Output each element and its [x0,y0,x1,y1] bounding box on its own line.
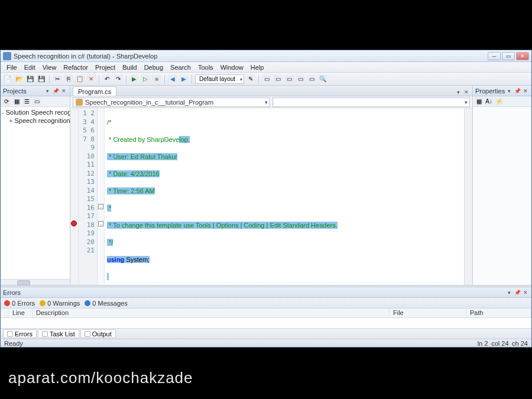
col-line[interactable]: Line [9,309,33,317]
breakpoint-icon[interactable] [71,220,77,226]
status-ready: Ready [4,340,23,347]
panel3-icon[interactable]: ▭ [284,74,294,84]
projects-dropdown-icon[interactable]: ▾ [44,87,51,95]
projects-close-icon[interactable]: ✕ [60,87,67,95]
tree-project-row[interactable]: +Speech recognition [2,116,69,125]
status-bar: Ready ln 2 col 24 ch 24 [1,339,531,347]
editor-close-icon[interactable]: ✕ [463,89,470,96]
class-combo-label: Speech_recognition_in_c__tutorial_Progra… [85,99,213,106]
errors-count-pill[interactable]: 0 Errors [4,300,35,307]
tree-solution-row[interactable]: -Solution Speech recogn [2,108,69,116]
menu-refactor[interactable]: Refactor [60,63,92,72]
col-file[interactable]: File [390,309,466,317]
tree-solution-label: Solution Speech recogn [6,109,70,116]
props-sort-icon[interactable]: A↓ [485,98,493,106]
minimize-button[interactable]: ─ [488,52,501,60]
save-icon[interactable]: 💾 [25,74,35,84]
nav-fwd-icon[interactable]: ▶ [179,74,189,84]
layout-edit-icon[interactable]: ✎ [246,74,255,84]
delete-icon[interactable]: ✕ [86,74,96,84]
menu-build[interactable]: Build [119,63,140,72]
projects-pane: Projects ▾ 📌 ✕ ⟳ ▦ ☰ ▭ -Solution Speech … [1,86,70,285]
messages-count-pill[interactable]: 0 Messages [85,300,127,307]
tree-project-label: Speech recognition [14,117,70,124]
menu-help[interactable]: Help [247,63,268,72]
menu-project[interactable]: Project [92,63,119,72]
panel1-icon[interactable]: ▭ [262,74,271,84]
maximize-button[interactable]: ▭ [502,52,515,60]
nav-back-icon[interactable]: ◀ [168,74,177,84]
redo-icon[interactable]: ↷ [113,74,123,84]
proj-showall-icon[interactable]: ▦ [12,98,21,106]
open-icon[interactable]: 📂 [14,74,24,84]
status-ch: ch 24 [512,340,528,347]
fold-box-icon[interactable]: - [98,204,103,209]
projects-tree[interactable]: -Solution Speech recogn +Speech recognit… [1,107,70,279]
window-title: Speech recognition in c# (tutorial) - Sh… [14,53,488,60]
editor-pane: Program.cs ▾ ✕ Speech_recognition_in_c__… [70,86,472,285]
code-body[interactable]: /* * Created by SharpDevelop. * User: Ed… [105,108,464,285]
properties-title: Properties [475,87,505,95]
breakpoint-gutter[interactable] [70,108,79,285]
member-combo[interactable] [273,98,470,107]
menu-tools[interactable]: Tools [194,63,217,72]
fold-box-icon[interactable]: - [98,221,103,226]
proj-refresh-icon[interactable]: ⟳ [2,98,11,106]
undo-icon[interactable]: ↶ [102,74,112,84]
bottom-tab-tasklist[interactable]: Task List [38,329,79,338]
menu-debug[interactable]: Debug [141,63,167,72]
bottom-tab-errors[interactable]: Errors [3,329,37,338]
menu-file[interactable]: File [3,63,21,72]
class-combo[interactable]: Speech_recognition_in_c__tutorial_Progra… [73,98,270,107]
stop-icon[interactable]: ■ [152,74,161,84]
line-number-gutter: 1 2 3 4 5 6 7 8 9 10 11 12 13 14 15 16 1… [79,108,98,285]
save-all-icon[interactable]: 💾 [37,74,46,84]
errors-title: Errors [3,289,504,296]
proj-collapse-icon[interactable]: ▭ [33,98,41,106]
editor-dropdown-icon[interactable]: ▾ [455,89,462,96]
menu-view[interactable]: View [39,63,60,72]
warning-icon [40,300,46,306]
paste-icon[interactable]: 📋 [75,74,85,84]
run-icon[interactable]: ▶ [129,74,139,84]
errors-grid-header: Line Description File Path [1,309,531,318]
fold-gutter[interactable]: - - [98,108,105,285]
projects-pin-icon[interactable]: 📌 [52,87,59,95]
menu-search[interactable]: Search [167,63,194,72]
code-editor[interactable]: 1 2 3 4 5 6 7 8 9 10 11 12 13 14 15 16 1… [70,108,472,285]
editor-vscrollbar[interactable] [464,108,472,285]
close-button[interactable]: ✕ [516,52,529,60]
properties-pane: Properties ▾ 📌 ✕ ▦ A↓ ⚡ [472,86,531,285]
watermark-text: aparat.com/koochakzade [0,356,532,399]
class-icon [76,99,83,106]
properties-close-icon[interactable]: ✕ [522,87,529,95]
run-nodebug-icon[interactable]: ▷ [141,74,150,84]
panel5-icon[interactable]: ▭ [307,74,316,84]
message-icon [85,300,90,306]
new-file-icon[interactable]: 📄 [3,74,12,84]
panel2-icon[interactable]: ▭ [273,74,283,84]
errors-grid-body [1,318,531,328]
errors-dropdown-icon[interactable]: ▾ [505,289,512,296]
errors-close-icon[interactable]: ✕ [522,289,529,296]
layout-dropdown[interactable]: Default layout [195,74,244,84]
col-description[interactable]: Description [33,309,390,317]
col-path[interactable]: Path [466,309,531,317]
copy-icon[interactable]: ⎘ [64,74,73,84]
warnings-count-pill[interactable]: 0 Warnings [40,300,80,307]
find-icon[interactable]: 🔍 [318,74,327,84]
properties-dropdown-icon[interactable]: ▾ [506,87,513,95]
props-events-icon[interactable]: ⚡ [495,98,503,106]
panel4-icon[interactable]: ▭ [296,74,305,84]
errors-pane: Errors ▾ 📌 ✕ 0 Errors 0 Warnings 0 Messa… [1,287,531,339]
proj-props-icon[interactable]: ☰ [22,98,31,106]
errors-pin-icon[interactable]: 📌 [514,289,521,296]
props-categorize-icon[interactable]: ▦ [475,98,483,106]
projects-hscrollbar[interactable] [1,279,70,285]
bottom-tab-output[interactable]: Output [80,329,116,338]
editor-tab-program[interactable]: Program.cs [73,86,116,96]
cut-icon[interactable]: ✂ [53,74,62,84]
menu-window[interactable]: Window [217,63,247,72]
properties-pin-icon[interactable]: 📌 [514,87,521,95]
menu-edit[interactable]: Edit [21,63,39,72]
